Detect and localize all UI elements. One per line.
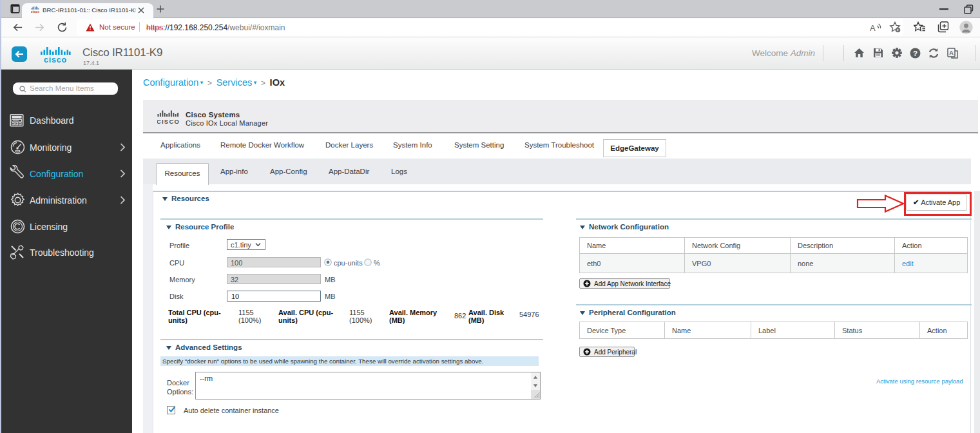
svg-text:cisco: cisco <box>31 10 39 14</box>
svg-text:CISCO: CISCO <box>157 118 180 125</box>
svg-text:A: A <box>870 23 876 33</box>
svg-text:?: ? <box>913 50 918 57</box>
svg-text:cisco: cisco <box>44 55 67 63</box>
svg-text:A: A <box>949 50 954 56</box>
